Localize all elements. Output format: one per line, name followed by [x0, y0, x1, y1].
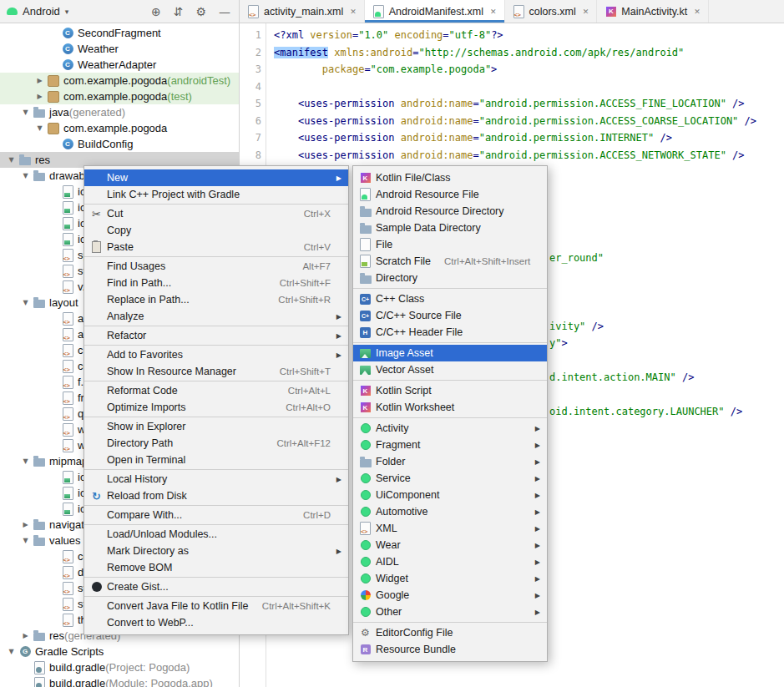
menu-item[interactable]: Kotlin Worksheet: [353, 399, 547, 416]
menu-item[interactable]: Compare With...Ctrl+D: [84, 507, 348, 523]
menu-item[interactable]: Activity▶: [353, 420, 547, 437]
menu-item[interactable]: Other▶: [353, 604, 547, 620]
menu-item[interactable]: Kotlin File/Class: [353, 169, 547, 186]
menu-item[interactable]: Kotlin Script: [353, 382, 547, 399]
menu-item[interactable]: Folder▶: [353, 453, 547, 470]
menu-item[interactable]: CutCtrl+X: [84, 205, 348, 222]
menu-item[interactable]: Image Asset: [353, 345, 547, 361]
menu-item-label: Service: [374, 472, 411, 484]
menu-item[interactable]: Show In Resource ManagerCtrl+Shift+T: [84, 363, 348, 380]
file-xml-icon: [63, 566, 73, 579]
menu-item[interactable]: Local History▶: [84, 471, 348, 487]
menu-item[interactable]: Optimize ImportsCtrl+Alt+O: [84, 399, 348, 416]
menu-item[interactable]: Open in Terminal: [84, 452, 348, 468]
menu-item[interactable]: Find in Path...Ctrl+Shift+F: [84, 275, 348, 291]
menu-item[interactable]: Directory PathCtrl+Alt+F12: [84, 435, 348, 452]
menu-item[interactable]: C/C++ Source File: [353, 307, 547, 324]
menu-shortcut: Ctrl+Shift+R: [265, 295, 331, 305]
settings-gear-icon[interactable]: ⚙: [195, 5, 206, 18]
menu-item[interactable]: Show in Explorer: [84, 418, 348, 435]
code-line[interactable]: [274, 78, 756, 96]
menu-item[interactable]: File: [353, 236, 547, 253]
menu-item-label: EditorConfig File: [374, 627, 453, 639]
code-line[interactable]: <uses-permission android:name="android.p…: [274, 95, 756, 113]
menu-item[interactable]: Service▶: [353, 470, 547, 487]
menu-item[interactable]: Remove BOM: [84, 559, 348, 576]
menu-item[interactable]: Load/Unload Modules...: [84, 526, 348, 543]
menu-item-label: Remove BOM: [105, 562, 173, 573]
tree-item[interactable]: build.gradle (Module: Pogoda.app): [0, 675, 239, 687]
tab-close-icon[interactable]: ✕: [490, 8, 497, 16]
tree-item[interactable]: WeatherAdapter: [0, 57, 239, 73]
menu-item[interactable]: UiComponent▶: [353, 487, 547, 503]
tab-close-icon[interactable]: ✕: [583, 8, 589, 16]
code-line[interactable]: <uses-permission android:name="android.p…: [274, 129, 756, 147]
tab-close-icon[interactable]: ✕: [694, 8, 701, 16]
kotlin-icon: [361, 402, 371, 412]
tree-item[interactable]: ▶com.example.pogoda (test): [0, 88, 239, 104]
menu-item[interactable]: Convert Java File to Kotlin FileCtrl+Alt…: [84, 598, 348, 614]
hide-panel-icon[interactable]: —: [219, 5, 230, 18]
menu-item[interactable]: C++ Class: [353, 290, 547, 307]
tree-item[interactable]: ▼java (generated): [0, 104, 239, 120]
folder-icon: [33, 173, 45, 181]
menu-item[interactable]: PasteCtrl+V: [84, 239, 348, 255]
menu-item[interactable]: Automotive▶: [353, 503, 547, 520]
collapse-all-icon[interactable]: ⇵: [174, 5, 184, 18]
menu-item[interactable]: Reformat CodeCtrl+Alt+L: [84, 382, 348, 399]
menu-item[interactable]: Create Gist...: [84, 578, 348, 595]
submenu-arrow-icon: ▶: [533, 458, 540, 466]
menu-item[interactable]: Android Resource File: [353, 186, 547, 203]
menu-item[interactable]: New▶: [84, 169, 348, 186]
tree-item[interactable]: build.gradle (Project: Pogoda): [0, 659, 239, 675]
menu-item[interactable]: Convert to WebP...: [84, 614, 348, 631]
tab-close-icon[interactable]: ✕: [350, 8, 357, 16]
tree-item[interactable]: ▼com.example.pogoda: [0, 120, 239, 136]
code-line[interactable]: package="com.example.pogoda">: [274, 61, 756, 78]
menu-item[interactable]: Refactor▶: [84, 327, 348, 344]
menu-item[interactable]: Vector Asset: [353, 361, 547, 378]
menu-item[interactable]: AIDL▶: [353, 553, 547, 570]
locate-file-icon[interactable]: ⊕: [151, 5, 161, 18]
file-img-icon: [63, 233, 73, 246]
tree-item[interactable]: ▼Gradle Scripts: [0, 644, 239, 659]
file-img-icon: [63, 201, 73, 215]
tree-item-suffix: (generated): [69, 106, 125, 119]
code-line[interactable]: <manifest xmlns:android="http://schemas.…: [274, 44, 756, 62]
menu-item[interactable]: Replace in Path...Ctrl+Shift+R: [84, 291, 348, 308]
menu-item[interactable]: Find UsagesAlt+F7: [84, 258, 348, 275]
menu-item[interactable]: Resource Bundle: [353, 641, 547, 658]
code-line[interactable]: <uses-permission android:name="android.p…: [274, 147, 756, 164]
menu-item[interactable]: Mark Directory as▶: [84, 543, 348, 559]
menu-item[interactable]: Link C++ Project with Gradle: [84, 186, 348, 203]
project-view-selector[interactable]: Android: [23, 5, 60, 18]
menu-item[interactable]: Fragment▶: [353, 437, 547, 453]
chevron-down-icon[interactable]: ▾: [65, 8, 69, 16]
menu-item[interactable]: Wear▶: [353, 537, 547, 553]
tree-item[interactable]: SecondFragment: [0, 25, 239, 41]
tree-item[interactable]: Weather: [0, 41, 239, 57]
menu-item[interactable]: Sample Data Directory: [353, 220, 547, 236]
menu-item[interactable]: Reload from Disk: [84, 487, 348, 504]
editor-tab[interactable]: MainActivity.kt✕: [597, 0, 709, 23]
code-line[interactable]: <uses-permission android:name="android.p…: [274, 113, 756, 130]
menu-item[interactable]: XML▶: [353, 520, 547, 537]
menu-item[interactable]: Directory: [353, 270, 547, 286]
code-line[interactable]: <?xml version="1.0" encoding="utf-8"?>: [274, 27, 756, 44]
menu-item[interactable]: Add to Favorites▶: [84, 346, 348, 363]
menu-item[interactable]: Copy: [84, 222, 348, 239]
menu-item[interactable]: Widget▶: [353, 570, 547, 587]
menu-item[interactable]: Google▶: [353, 587, 547, 604]
tree-item[interactable]: ▶com.example.pogoda (androidTest): [0, 73, 239, 88]
editor-tab[interactable]: activity_main.xml✕: [240, 0, 365, 23]
editor-tab[interactable]: colors.xml✕: [505, 0, 598, 23]
menu-item[interactable]: Scratch FileCtrl+Alt+Shift+Insert: [353, 253, 547, 270]
menu-item[interactable]: Analyze▶: [84, 308, 348, 325]
menu-item[interactable]: C/C++ Header File: [353, 324, 547, 341]
package-icon: [48, 91, 59, 103]
tree-item[interactable]: BuildConfig: [0, 136, 239, 152]
menu-item[interactable]: Android Resource Directory: [353, 203, 547, 220]
menu-item[interactable]: EditorConfig File: [353, 624, 547, 641]
editor-tab[interactable]: AndroidManifest.xml✕: [365, 0, 505, 23]
menu-shortcut: Ctrl+Alt+L: [275, 386, 331, 396]
